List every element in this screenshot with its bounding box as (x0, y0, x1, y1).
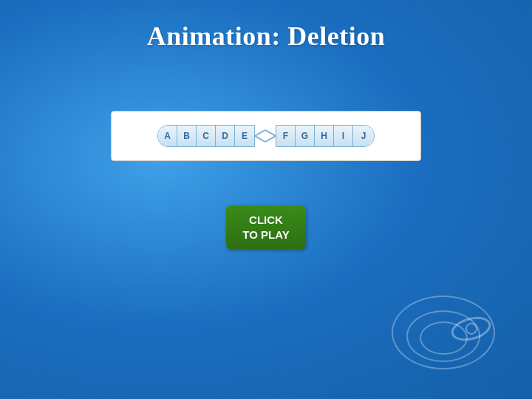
segment-c: C (197, 126, 216, 146)
x-connector (255, 126, 276, 146)
svg-line-3 (265, 136, 276, 142)
svg-line-0 (255, 130, 265, 136)
segment-h: H (315, 126, 334, 146)
page-title: Animation: Deletion (147, 21, 385, 52)
chromosome-left-group: A B C D E (157, 125, 255, 147)
segment-b: B (177, 126, 197, 146)
segment-i: I (334, 126, 353, 146)
page-container: Animation: Deletion A B C D E (0, 0, 532, 399)
segment-g: G (296, 126, 315, 146)
x-connector-icon (255, 126, 276, 146)
animation-area: A B C D E F G H I J (111, 111, 421, 161)
chromosome-right-group: F G H I J (276, 125, 375, 147)
play-button-line1: CLICK (249, 214, 283, 226)
segment-j: J (353, 126, 374, 146)
svg-line-1 (265, 130, 276, 136)
play-button[interactable]: CLICK TO PLAY (226, 205, 305, 249)
segment-f: F (276, 126, 296, 146)
segment-a: A (158, 126, 177, 146)
segment-e: E (235, 126, 254, 146)
segment-d: D (216, 126, 235, 146)
chromosome-diagram: A B C D E F G H I J (157, 125, 375, 147)
svg-line-2 (255, 136, 265, 142)
play-button-line2: TO PLAY (242, 228, 289, 241)
